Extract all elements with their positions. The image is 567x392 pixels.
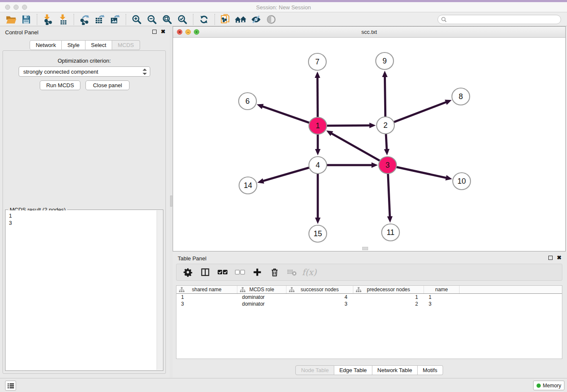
toolbar-separator (126, 14, 126, 25)
column-header-mcds-role[interactable]: MCDS role (237, 286, 286, 293)
save-session-icon[interactable] (19, 13, 34, 26)
column-header-name[interactable]: name (424, 286, 460, 293)
task-list-icon (7, 383, 14, 389)
tab-network[interactable]: Network (30, 40, 62, 50)
graph-edge-1-2[interactable] (321, 125, 371, 126)
clone-network-icon[interactable] (218, 13, 233, 26)
memory-status-icon (537, 384, 541, 388)
graph-node-label: 8 (459, 92, 463, 101)
table-row[interactable]: 3 dominator 3 2 3 (176, 301, 562, 307)
zoom-out-icon[interactable] (144, 13, 160, 26)
graph-edge-arrowhead (315, 72, 320, 78)
import-network-icon[interactable] (40, 13, 55, 26)
graph-node-label: 15 (314, 229, 322, 238)
column-header-shared-name[interactable]: shared name (176, 286, 237, 293)
zoom-in-icon[interactable] (129, 13, 144, 26)
search-icon (441, 17, 447, 22)
table-settings-gear-icon[interactable] (182, 267, 193, 278)
select-stepper-icon (143, 68, 147, 75)
memory-button[interactable]: Memory (533, 381, 564, 390)
graph-edge-1-6[interactable] (261, 106, 314, 125)
control-panel-title: Control Panel (5, 29, 39, 36)
zoom-fit-icon[interactable] (160, 13, 175, 26)
function-builder-icon[interactable]: f(x) (304, 267, 315, 278)
panel-splitter[interactable] (170, 26, 173, 378)
export-image-icon[interactable] (107, 13, 123, 26)
app-titlebar: Session: New Session (0, 2, 567, 12)
table-panel: Table Panel ✖ (173, 252, 566, 376)
zoom-selected-icon[interactable] (175, 13, 190, 26)
tab-style[interactable]: Style (62, 40, 85, 50)
graph-node-label: 11 (387, 228, 395, 237)
toolbar-separator (193, 14, 193, 25)
network-window-title: scc.txt (173, 29, 565, 35)
refresh-icon[interactable] (196, 13, 212, 26)
graph-edge-arrowhead (384, 149, 389, 155)
float-table-panel-icon[interactable] (548, 256, 553, 260)
import-table-icon[interactable] (55, 13, 71, 26)
graph-edge-1-7[interactable] (317, 77, 318, 122)
horizontal-splitter-handle[interactable] (362, 247, 368, 250)
network-canvas[interactable]: 7968124314101511 (173, 38, 565, 251)
select-all-rows-icon[interactable] (217, 267, 228, 278)
table-row[interactable]: 1 dominator 4 1 1 (176, 294, 562, 301)
run-mcds-button[interactable]: Run MCDS (40, 80, 80, 90)
tab-node-table[interactable]: Node Table (295, 365, 334, 375)
node-table: shared name MCDS role successor nodes pr… (176, 285, 562, 359)
column-type-icon (356, 287, 361, 293)
mcds-result-item: 1 (9, 212, 157, 219)
criterion-selected-value: strongly connected component (23, 69, 98, 75)
search-input[interactable] (438, 15, 561, 24)
show-column-panel-icon[interactable] (200, 267, 211, 278)
graph-node-label: 2 (383, 121, 388, 130)
graph-edge-2-9[interactable] (385, 76, 385, 122)
close-panel-button[interactable]: Close panel (85, 80, 129, 90)
close-table-panel-icon[interactable]: ✖ (557, 255, 561, 260)
criterion-select[interactable]: strongly connected component (19, 66, 150, 77)
tab-edge-table[interactable]: Edge Table (334, 365, 372, 375)
graph-edge-3-1[interactable] (330, 133, 385, 163)
tab-mcds[interactable]: MCDS (112, 40, 140, 50)
export-table-icon[interactable] (92, 13, 107, 26)
graph-edge-arrowhead (315, 218, 321, 224)
show-graphics-details-icon[interactable] (264, 13, 279, 26)
delete-table-icon[interactable] (286, 267, 297, 278)
toolbar-separator (215, 14, 215, 25)
result-scrollbar[interactable] (157, 210, 162, 370)
toolbar-separator (74, 14, 74, 25)
graph-edge-3-10[interactable] (391, 166, 447, 178)
float-panel-icon[interactable] (152, 30, 157, 34)
table-toolbar: f(x) (176, 264, 562, 281)
graph-node-label: 1 (316, 121, 320, 130)
deselect-all-rows-icon[interactable] (234, 267, 245, 278)
graph-edge-arrowhead (445, 175, 452, 181)
graph-edge-2-8[interactable] (388, 102, 447, 124)
task-history-button[interactable] (5, 381, 16, 391)
graph-node-label: 4 (316, 161, 320, 169)
create-column-plus-icon[interactable] (252, 267, 263, 278)
table-header-row: shared name MCDS role successor nodes pr… (176, 286, 562, 294)
toolbar-separator (37, 14, 37, 25)
export-network-icon[interactable] (77, 13, 92, 26)
splitter-handle[interactable] (170, 196, 172, 207)
graph-node-label: 10 (457, 177, 466, 185)
tab-network-table[interactable]: Network Table (372, 365, 418, 375)
network-window-titlebar[interactable]: ✕ – + scc.txt (173, 27, 565, 38)
close-panel-icon[interactable]: ✖ (161, 29, 165, 34)
graph-edge-arrowhead (387, 216, 393, 223)
open-session-icon[interactable] (3, 13, 19, 26)
graph-edge-arrowhead (372, 163, 378, 168)
delete-column-trash-icon[interactable] (269, 267, 280, 278)
column-header-successor-nodes[interactable]: successor nodes (286, 286, 353, 293)
graph-edge-arrowhead (257, 178, 264, 183)
graph-edge-3-11[interactable] (388, 168, 390, 218)
column-type-icon (289, 287, 295, 293)
tab-motifs[interactable]: Motifs (418, 365, 443, 375)
hide-graphics-details-icon[interactable] (248, 13, 264, 26)
memory-label: Memory (543, 383, 561, 389)
graph-edge-4-14[interactable] (262, 166, 315, 181)
graph-edge-arrowhead (445, 99, 451, 105)
column-header-predecessor-nodes[interactable]: predecessor nodes (353, 286, 424, 293)
tab-select[interactable]: Select (85, 40, 112, 50)
home-icon[interactable] (233, 13, 248, 26)
